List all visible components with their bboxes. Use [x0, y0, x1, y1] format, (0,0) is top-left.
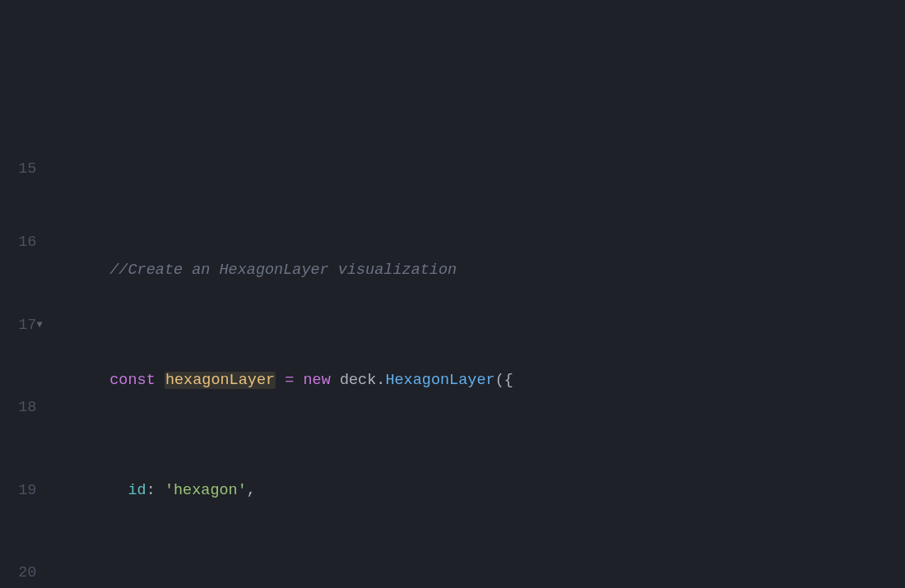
fold-toggle-icon[interactable]: ▼: [36, 312, 72, 340]
code-line[interactable]: const hexagonLayer = new deck.HexagonLay…: [73, 367, 905, 395]
identifier: hexagonLayer: [165, 372, 276, 389]
line-number-gutter: 15 16 17 18 19 20 21 22 23 24 25 26 27 2…: [0, 110, 36, 588]
code-line[interactable]: id: 'hexagon',: [73, 477, 905, 505]
line-number: 16: [0, 229, 36, 257]
code-line[interactable]: [73, 165, 905, 174]
line-number: 20: [0, 559, 36, 587]
code-editor: 15 16 17 18 19 20 21 22 23 24 25 26 27 2…: [0, 110, 905, 588]
code-area[interactable]: //Create an HexagonLayer visualization c…: [73, 110, 905, 588]
code-line[interactable]: //Create an HexagonLayer visualization: [73, 257, 905, 285]
line-number: 15: [0, 165, 36, 174]
line-number: 19: [0, 477, 36, 505]
line-number: 17: [0, 312, 36, 340]
fold-gutter: ▼ ▼: [36, 110, 72, 588]
line-number: 18: [0, 394, 36, 422]
